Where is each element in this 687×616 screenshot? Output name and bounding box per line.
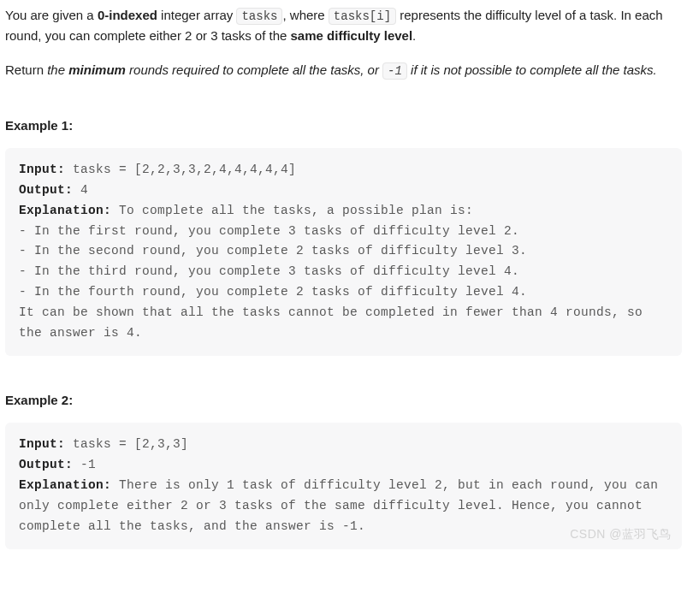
italic-segment: the minimum rounds required to complete … [47, 62, 657, 77]
example-1-heading: Example 1: [5, 116, 682, 136]
bold-segment: 0-indexed [98, 8, 157, 22]
bold-segment: minimum [68, 62, 126, 77]
inline-code: tasks [236, 8, 282, 25]
explanation-value: There is only 1 task of difficulty level… [19, 478, 666, 533]
problem-paragraph-2: Return the minimum rounds required to co… [5, 60, 682, 80]
explanation-label: Explanation: [19, 204, 111, 217]
text-segment: Return [5, 62, 47, 77]
explanation-label: Explanation: [19, 478, 111, 492]
input-label: Input: [19, 163, 65, 176]
problem-paragraph-1: You are given a 0-indexed integer array … [5, 5, 682, 46]
text-segment: You are given a [5, 8, 98, 22]
output-label: Output: [19, 183, 73, 197]
input-value: tasks = [2,2,3,3,2,4,4,4,4,4] [65, 163, 296, 176]
output-value: 4 [73, 183, 88, 197]
input-label: Input: [19, 437, 65, 451]
problem-description: You are given a 0-indexed integer array … [5, 5, 682, 81]
input-value: tasks = [2,3,3] [65, 437, 188, 451]
text-segment: rounds required to complete all the task… [126, 62, 382, 77]
explanation-value: To complete all the tasks, a possible pl… [19, 204, 650, 341]
text-segment: integer array [157, 8, 237, 22]
example-2-heading: Example 2: [5, 390, 682, 411]
text-segment: the [47, 62, 68, 77]
example-1-block: Input: tasks = [2,2,3,3,2,4,4,4,4,4] Out… [5, 148, 682, 356]
text-segment: , where [282, 8, 328, 22]
text-segment: if it is not possible to complete all th… [407, 62, 657, 77]
inline-code: -1 [382, 62, 407, 80]
output-label: Output: [19, 458, 73, 471]
output-value: -1 [73, 458, 96, 471]
text-segment: . [412, 28, 416, 43]
inline-code: tasks[i] [329, 8, 396, 25]
example-2-block: Input: tasks = [2,3,3] Output: -1 Explan… [5, 423, 682, 549]
bold-segment: same difficulty level [291, 28, 413, 43]
